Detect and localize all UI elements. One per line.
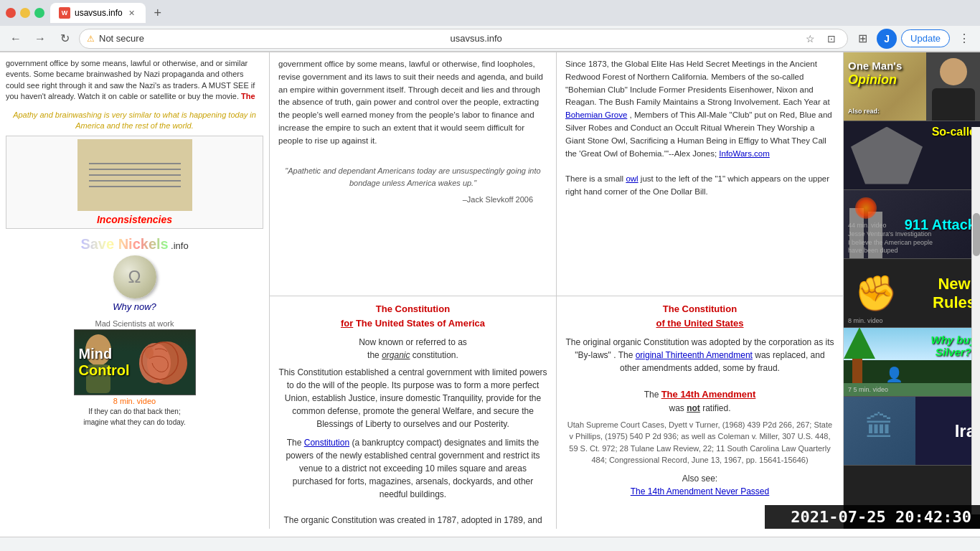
constitution-left-title-2: for The United States of America bbox=[278, 316, 547, 331]
top-left-column: government office by some means, lawful … bbox=[270, 52, 557, 296]
toolbar-right: ⊞ J Update ⋮ bbox=[852, 29, 974, 49]
so-called-title: So-calle bbox=[932, 126, 976, 138]
save-nickels-info: .info bbox=[171, 240, 189, 251]
title-bar: W usavsus.info ✕ + bbox=[0, 0, 980, 26]
save-nickels-text: Save Nickels bbox=[80, 236, 168, 252]
mad-scientists-label: Mad Scientists at work bbox=[6, 319, 263, 328]
bookmark-icon[interactable]: ☆ bbox=[801, 30, 819, 47]
profile-avatar[interactable]: J bbox=[877, 29, 897, 49]
person-image bbox=[926, 52, 980, 121]
yellow-apathy-text: Apathy and brainwashing is very similar … bbox=[6, 110, 263, 132]
mind-control-subtext-1: If they can do that back then; bbox=[6, 407, 263, 416]
window-controls bbox=[6, 8, 44, 18]
also-read-label: Also read: PORTRAIT of KING! bbox=[848, 103, 909, 121]
quote-attribution: –Jack Slevkoff 2006 bbox=[278, 194, 533, 206]
why-silver-title: Why buy Silver? bbox=[931, 334, 976, 358]
constitution-right-body: The original organic Constitution was ad… bbox=[565, 336, 834, 498]
mind-control-image: Mind Control bbox=[74, 329, 196, 395]
ira-bg: 🏛 Ira bbox=[844, 397, 980, 465]
constitution-link[interactable]: Constitution bbox=[304, 438, 349, 448]
browser-chrome: W usavsus.info ✕ + ← → ↻ ⚠ Not secure us… bbox=[0, 0, 980, 52]
infowars-link[interactable]: InfoWars.com bbox=[719, 149, 770, 158]
scrollbar-thumb[interactable] bbox=[973, 213, 980, 256]
also-see-label: Also see: bbox=[682, 474, 717, 484]
mind-control-video-label: 8 min. video bbox=[6, 397, 263, 405]
owl-text: There is a small bbox=[565, 174, 623, 183]
usa-label: The United States of America bbox=[356, 318, 485, 329]
top-right-column: Since 1873, the Global Elite Has Held Se… bbox=[557, 52, 843, 296]
quote-text: "Apathetic and dependant Americans today… bbox=[278, 165, 547, 189]
inconsistencies-box[interactable]: Inconsistencies bbox=[6, 136, 263, 229]
one-mans-label: One Man's bbox=[848, 60, 909, 72]
right-sidebar-item-so-called[interactable]: So-calle bbox=[844, 121, 980, 190]
13th-amendment-link[interactable]: original Thirteenth Amendment bbox=[636, 350, 753, 360]
for-label: for bbox=[341, 318, 353, 329]
constitution-right-title-2: of the United States bbox=[565, 316, 834, 331]
extensions-icon[interactable]: ⊞ bbox=[852, 29, 872, 49]
why-silver-video-label: 7 5 min. video bbox=[848, 386, 888, 393]
address-input-wrap[interactable]: ⚠ Not secure usavsus.info ☆ ⊡ bbox=[79, 29, 848, 49]
not-ratified-emphasis: not bbox=[687, 403, 700, 413]
maximize-button[interactable] bbox=[34, 8, 44, 18]
status-bar bbox=[0, 537, 980, 551]
right-sidebar-item-one-mans-opinion[interactable]: One Man's Opinion Also read: PORTRAIT of… bbox=[844, 52, 980, 121]
mind-label: Mind bbox=[79, 346, 113, 362]
the-word: The bbox=[241, 92, 255, 100]
update-button[interactable]: Update bbox=[901, 29, 950, 47]
tab-favicon: W bbox=[59, 7, 70, 19]
mind-control-subtext-2: imagine what they can do today. bbox=[6, 418, 263, 427]
the-label: The bbox=[287, 438, 304, 448]
new-rules-title: New Rules bbox=[933, 275, 976, 312]
url-text: usavsus.info bbox=[451, 33, 798, 44]
mind-control-box[interactable]: Mad Scientists at work bbox=[6, 319, 263, 427]
911-details: 44 min. video Jesse Ventura's Investigat… bbox=[848, 222, 933, 255]
top-right-intro: Since 1873, the Global Elite Has Held Se… bbox=[565, 60, 830, 106]
new-rules-video-label: 8 min. video bbox=[848, 317, 883, 324]
right-sidebar-item-new-rules[interactable]: ✊ New Rules 8 min. video bbox=[844, 259, 980, 328]
address-icons: ☆ ⊡ bbox=[801, 30, 840, 47]
cast-icon[interactable]: ⊡ bbox=[823, 30, 840, 47]
inconsistencies-image bbox=[77, 139, 192, 211]
nickel-coin-image: Ω bbox=[113, 255, 156, 298]
refresh-button[interactable]: ↻ bbox=[55, 29, 75, 49]
organic-constitution-text: The organic Constitution was created in … bbox=[278, 514, 547, 527]
main-content: government office by some means, lawful … bbox=[269, 52, 844, 529]
close-button[interactable] bbox=[6, 8, 16, 18]
14th-cases-text: Utah Supreme Court Cases, Dyett v Turner… bbox=[565, 419, 834, 466]
right-sidebar-item-911-attack[interactable]: 911 Attack 44 min. video Jesse Ventura's… bbox=[844, 190, 980, 259]
forward-button[interactable]: → bbox=[30, 29, 50, 49]
14th-amendment-link[interactable]: The 14th Amendment bbox=[661, 389, 756, 400]
active-tab[interactable]: W usavsus.info ✕ bbox=[50, 3, 146, 23]
scrollbar-track[interactable] bbox=[971, 127, 980, 514]
right-sidebar-item-ira[interactable]: 🏛 Ira bbox=[844, 397, 980, 466]
owl-link[interactable]: owl bbox=[626, 174, 638, 183]
so-called-bg: So-calle bbox=[844, 121, 980, 189]
menu-icon[interactable]: ⋮ bbox=[954, 29, 974, 49]
one-mans-opinion-bg: One Man's Opinion Also read: PORTRAIT of… bbox=[844, 52, 980, 121]
left-sidebar: government office by some means, lawful … bbox=[0, 52, 269, 529]
14th-never-passed-link[interactable]: The 14th Amendment Never Passed bbox=[631, 486, 769, 496]
opinion-label: Opinion bbox=[848, 72, 909, 88]
control-label: Control bbox=[79, 362, 130, 379]
security-label: Not secure bbox=[99, 33, 446, 44]
minimize-button[interactable] bbox=[20, 8, 30, 18]
save-nickels-box[interactable]: Save Nickels .info Ω Why now? bbox=[6, 233, 263, 315]
right-sidebar-item-why-buy-silver[interactable]: 👤 Why buy Silver? 7 5 min. video bbox=[844, 328, 980, 397]
constitution-right-col: The Constitution of the United States Th… bbox=[557, 296, 843, 529]
address-bar: ← → ↻ ⚠ Not secure usavsus.info ☆ ⊡ ⊞ J … bbox=[0, 26, 980, 52]
new-rules-bg: ✊ New Rules 8 min. video bbox=[844, 259, 980, 327]
inconsistencies-title: Inconsistencies bbox=[9, 214, 260, 225]
constitution-left-col: The Constitution for The United States o… bbox=[270, 296, 557, 529]
bohemian-grove-link[interactable]: Bohemian Grove bbox=[565, 110, 627, 119]
timestamp-overlay: 2021-07-25 20:42:30 bbox=[765, 505, 980, 529]
back-button[interactable]: ← bbox=[6, 29, 26, 49]
chains-image: ✊ bbox=[851, 268, 901, 319]
constitution-row: The Constitution for The United States o… bbox=[270, 296, 843, 529]
new-tab-button[interactable]: + bbox=[149, 4, 167, 22]
save-nickels-title: Save Nickels .info bbox=[9, 236, 260, 253]
small-figures: 👤 bbox=[885, 366, 903, 383]
sidebar-top-text: government office by some means, lawful … bbox=[3, 55, 266, 105]
tab-close-button[interactable]: ✕ bbox=[127, 8, 137, 18]
right-sidebar: One Man's Opinion Also read: PORTRAIT of… bbox=[844, 52, 980, 529]
ira-image: 🏛 bbox=[844, 397, 915, 465]
